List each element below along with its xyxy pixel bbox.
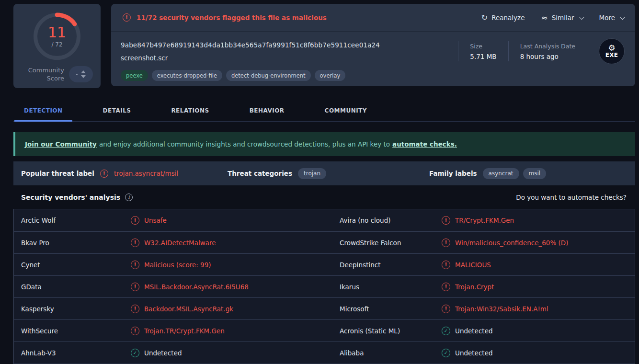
malicious-icon	[131, 216, 139, 225]
vendor-result: Undetected	[131, 349, 332, 357]
vendor-name: Avira (no cloud)	[332, 216, 442, 224]
threat-categories-label: Threat categories	[228, 170, 292, 177]
file-tag[interactable]: detect-debug-environment	[226, 70, 311, 81]
vendor-name: Arctic Wolf	[14, 216, 131, 224]
result-text: Malicious (score: 99)	[144, 261, 211, 269]
analysis-date-value: 8 hours ago	[520, 53, 575, 60]
size-label: Size	[470, 43, 496, 50]
table-row: WithSecure Trojan.TR/Crypt.FKM.Gen Acron…	[14, 319, 635, 341]
vote-down-icon[interactable]	[81, 75, 86, 78]
malicious-icon	[131, 239, 139, 247]
file-tags: peexeexecutes-dropped-filedetect-debug-e…	[111, 64, 635, 81]
vendor-result: Trojan.TR/Crypt.FKM.Gen	[131, 327, 332, 335]
table-row: Arctic Wolf Unsafe Avira (no cloud) TR/C…	[14, 209, 635, 231]
info-icon[interactable]	[125, 193, 133, 201]
family-labels-label: Family labels	[429, 170, 477, 177]
refresh-icon	[481, 13, 488, 22]
tab-detection[interactable]: DETECTION	[14, 102, 72, 122]
vendor-result: Trojan.Crypt	[442, 283, 635, 291]
family-label-pill[interactable]: asyncrat	[483, 168, 519, 179]
automate-checks-link[interactable]: automate checks.	[392, 140, 457, 148]
popular-threat-label: Popular threat label	[21, 170, 94, 177]
result-text: Backdoor.MSIL.AsyncRat.gk	[144, 305, 233, 313]
file-tag[interactable]: peexe	[121, 70, 148, 81]
vendor-name: Cynet	[14, 261, 131, 269]
table-row: Kaspersky Backdoor.MSIL.AsyncRat.gk Micr…	[14, 297, 635, 319]
malicious-icon	[442, 283, 450, 291]
threat-category-pill[interactable]: trojan	[298, 168, 326, 179]
file-name[interactable]: screenshot.scr	[121, 54, 380, 62]
vendor-results-table: Arctic Wolf Unsafe Avira (no cloud) TR/C…	[13, 209, 635, 364]
file-header-card: 11/72 security vendors flagged this file…	[111, 4, 635, 86]
analysis-header: Security vendors' analysis Do you want t…	[13, 185, 635, 209]
vendor-result: W32.AIDetectMalware	[131, 239, 332, 247]
file-tag[interactable]: overlay	[315, 70, 346, 81]
similar-icon	[541, 13, 548, 23]
community-banner: Join our Community and enjoy additional …	[13, 132, 635, 156]
vendor-result: Backdoor.MSIL.AsyncRat.gk	[131, 305, 332, 313]
more-label: More	[599, 14, 615, 22]
more-button[interactable]: More	[599, 14, 624, 22]
alert-icon	[123, 13, 131, 22]
vendor-name: Microsoft	[332, 305, 442, 313]
join-community-link[interactable]: Join our Community	[25, 140, 97, 148]
vendor-result: TR/Crypt.FKM.Gen	[442, 216, 635, 225]
community-vote-stepper[interactable]	[69, 66, 93, 82]
vendor-result: Trojan:Win32/Sabsik.EN.A!ml	[442, 305, 635, 313]
reanalyze-button[interactable]: Reanalyze	[481, 13, 525, 22]
result-text: W32.AIDetectMalware	[144, 239, 216, 247]
result-text: Undetected	[455, 327, 493, 335]
detection-score: 11	[48, 25, 66, 40]
result-text: Trojan:Win32/Sabsik.EN.A!ml	[455, 305, 548, 313]
table-row: AhnLab-V3 Undetected Alibaba Undetected	[14, 341, 635, 364]
community-score-label: Community Score	[21, 66, 64, 82]
malicious-icon	[131, 283, 139, 291]
result-text: Win/malicious_confidence_60% (D)	[455, 239, 568, 247]
result-text: Trojan.TR/Crypt.FKM.Gen	[144, 327, 225, 335]
vendor-name: WithSecure	[14, 327, 131, 335]
vendor-result: MSIL.Backdoor.AsyncRat.6I5U68	[131, 283, 332, 291]
tab-community[interactable]: COMMUNITY	[315, 102, 377, 122]
table-row: GData MSIL.Backdoor.AsyncRat.6I5U68 Ikar…	[14, 275, 635, 297]
malicious-icon	[442, 239, 450, 247]
divider	[508, 41, 509, 61]
threat-category-pills: trojan	[298, 168, 326, 179]
family-label-pill[interactable]: msil	[523, 168, 547, 179]
result-text: Undetected	[455, 349, 493, 357]
result-text: TR/Crypt.FKM.Gen	[455, 216, 514, 224]
analysis-title: Security vendors' analysis	[21, 193, 120, 201]
undetected-check-icon	[442, 349, 450, 357]
detection-total: / 72	[51, 41, 62, 48]
vendor-name: GData	[14, 283, 131, 291]
vendor-name: Acronis (Static ML)	[332, 327, 442, 335]
popular-threat-value[interactable]: trojan.asyncrat/msil	[114, 170, 178, 177]
family-label-pills: asyncratmsil	[483, 168, 547, 179]
divider	[458, 41, 458, 61]
vote-up-icon[interactable]	[81, 70, 86, 73]
vote-dot-icon	[76, 74, 78, 75]
malicious-icon	[131, 305, 139, 313]
analysis-date-label: Last Analysis Date	[520, 43, 575, 50]
similar-button[interactable]: Similar	[541, 13, 582, 23]
chevron-down-icon	[579, 14, 584, 19]
divider	[587, 41, 587, 61]
malicious-icon	[131, 261, 139, 269]
tab-relations[interactable]: RELATIONS	[161, 102, 218, 122]
vendor-result: MALICIOUS	[442, 261, 635, 269]
filetype-exe-badge: ⚙ EXE	[599, 38, 625, 64]
exe-label: EXE	[605, 52, 618, 58]
automate-checks-prompt[interactable]: Do you want to automate checks?	[516, 193, 627, 201]
gear-icon: ⚙	[608, 45, 615, 52]
vendor-result: Undetected	[442, 349, 635, 357]
threat-alert-icon	[100, 170, 108, 178]
vendor-result: Undetected	[442, 327, 635, 335]
tab-bar: DETECTION DETAILS RELATIONS BEHAVIOR COM…	[13, 102, 635, 122]
file-tag[interactable]: executes-dropped-file	[152, 70, 222, 81]
size-value: 5.71 MB	[470, 53, 496, 60]
tab-details[interactable]: DETAILS	[93, 102, 141, 122]
result-text: Undetected	[144, 349, 182, 357]
tab-behavior[interactable]: BEHAVIOR	[240, 102, 294, 122]
vendor-name: DeepInstinct	[332, 261, 442, 269]
file-hash[interactable]: 9abe847b497e68919143d4da1bb34e565a7fa999…	[121, 41, 380, 49]
vendor-result: Malicious (score: 99)	[131, 261, 332, 269]
